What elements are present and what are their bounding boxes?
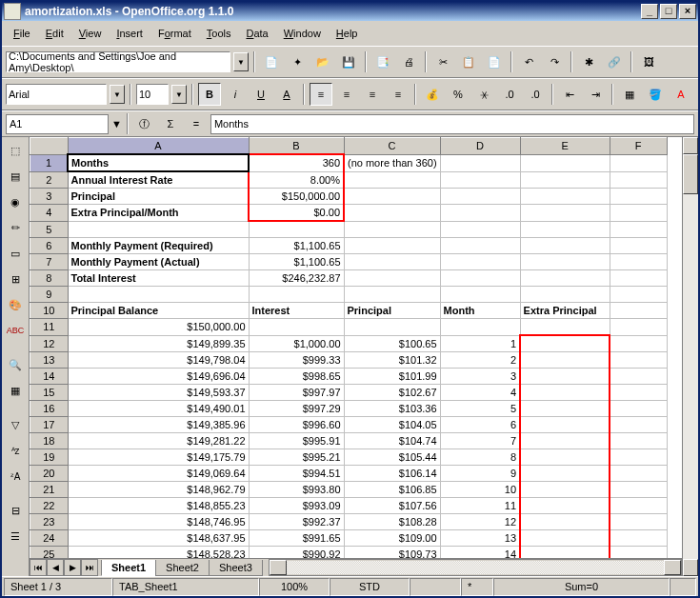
cell[interactable] bbox=[440, 154, 520, 171]
cell[interactable] bbox=[520, 514, 610, 530]
align-left-button[interactable]: ≡ bbox=[310, 83, 332, 106]
copy-icon[interactable]: 📋 bbox=[457, 50, 480, 73]
font-size-arrow[interactable]: ▼ bbox=[171, 85, 187, 104]
maximize-button[interactable]: □ bbox=[660, 4, 677, 19]
align-center-button[interactable]: ≡ bbox=[335, 83, 358, 106]
align-justify-button[interactable]: ≡ bbox=[387, 83, 410, 106]
cell[interactable]: $149,385.96 bbox=[68, 417, 249, 433]
row-header[interactable]: 7 bbox=[30, 254, 69, 270]
undo-icon[interactable]: ↶ bbox=[517, 50, 540, 73]
menu-file[interactable]: File bbox=[6, 26, 38, 41]
cell[interactable] bbox=[520, 482, 610, 498]
tab-first-icon[interactable]: ⏮ bbox=[30, 559, 47, 576]
cell[interactable]: $109.00 bbox=[344, 530, 440, 547]
insert-icon[interactable]: ⬚ bbox=[4, 139, 27, 162]
cell[interactable]: $148,746.95 bbox=[68, 514, 249, 530]
column-header-cell[interactable]: Interest bbox=[249, 303, 344, 319]
vertical-scrollbar[interactable] bbox=[682, 137, 698, 576]
cell[interactable]: $104.74 bbox=[344, 433, 440, 449]
tab-prev-icon[interactable]: ◀ bbox=[47, 559, 64, 576]
cell[interactable] bbox=[520, 238, 610, 254]
cell[interactable] bbox=[520, 449, 610, 466]
find-icon[interactable]: 🔍 bbox=[4, 353, 27, 376]
cell[interactable] bbox=[440, 238, 520, 254]
column-header-cell[interactable]: Extra Principal bbox=[520, 303, 610, 319]
currency-button[interactable]: 💰 bbox=[421, 83, 444, 106]
cell[interactable]: Annual Interest Rate bbox=[68, 171, 249, 189]
italic-button[interactable]: i bbox=[224, 83, 247, 106]
sheet-table[interactable]: ABCDEF1Months360(no more than 360)2Annua… bbox=[30, 137, 668, 558]
cell[interactable]: $148,528.23 bbox=[68, 547, 249, 559]
cell[interactable] bbox=[520, 433, 610, 449]
cell[interactable]: (no more than 360) bbox=[344, 154, 440, 171]
cell[interactable] bbox=[249, 287, 344, 303]
cut-icon[interactable]: ✂ bbox=[431, 50, 454, 73]
print-icon[interactable]: 🖨 bbox=[397, 50, 420, 73]
cell[interactable]: $1,000.00 bbox=[249, 335, 344, 352]
cell[interactable]: $148,855.23 bbox=[68, 498, 249, 514]
cell[interactable] bbox=[344, 270, 440, 287]
url-combo-arrow[interactable]: ▼ bbox=[233, 52, 249, 71]
cell[interactable]: $1,100.65 bbox=[249, 238, 344, 254]
cell[interactable] bbox=[520, 498, 610, 514]
cell[interactable] bbox=[520, 369, 610, 385]
percent-button[interactable]: % bbox=[447, 83, 470, 106]
align-right-button[interactable]: ≡ bbox=[361, 83, 384, 106]
cell[interactable] bbox=[249, 221, 344, 238]
cell[interactable] bbox=[520, 270, 610, 287]
cell[interactable]: 2 bbox=[440, 352, 520, 369]
export-pdf-icon[interactable]: 📑 bbox=[371, 50, 394, 73]
insert-object-icon[interactable]: ◉ bbox=[4, 190, 27, 213]
status-mode[interactable]: STD bbox=[330, 578, 410, 596]
cell[interactable] bbox=[520, 401, 610, 417]
cell[interactable]: Principal bbox=[68, 189, 249, 205]
cell[interactable]: $109.73 bbox=[344, 547, 440, 559]
cell[interactable] bbox=[344, 254, 440, 270]
formula-input[interactable] bbox=[210, 114, 694, 134]
cell[interactable] bbox=[68, 221, 249, 238]
scroll-left-icon[interactable] bbox=[270, 560, 287, 575]
cell[interactable] bbox=[440, 287, 520, 303]
cell[interactable]: 1 bbox=[440, 335, 520, 352]
cell[interactable]: $149,593.37 bbox=[68, 385, 249, 401]
navigator-icon[interactable]: ✱ bbox=[577, 50, 600, 73]
cell[interactable] bbox=[610, 498, 667, 514]
column-header-cell[interactable]: Month bbox=[440, 303, 520, 319]
font-name-combo[interactable]: Arial bbox=[6, 84, 107, 105]
scroll-right-icon[interactable] bbox=[664, 560, 681, 575]
cell[interactable] bbox=[520, 547, 610, 559]
cell[interactable] bbox=[520, 254, 610, 270]
cell[interactable] bbox=[344, 287, 440, 303]
cell[interactable]: $106.85 bbox=[344, 482, 440, 498]
cell[interactable]: $246,232.87 bbox=[249, 270, 344, 287]
titlebar[interactable]: amortization.xls - OpenOffice.org 1.1.0 … bbox=[2, 2, 698, 21]
save-icon[interactable]: 💾 bbox=[337, 50, 360, 73]
status-zoom[interactable]: 100% bbox=[259, 578, 330, 596]
cell[interactable]: $991.65 bbox=[249, 530, 344, 547]
minimize-button[interactable]: _ bbox=[641, 4, 658, 19]
cell[interactable] bbox=[344, 221, 440, 238]
cell[interactable] bbox=[610, 352, 667, 369]
cell[interactable] bbox=[610, 287, 667, 303]
status-sum[interactable]: Sum=0 bbox=[493, 578, 670, 596]
underline-button[interactable]: U bbox=[250, 83, 272, 106]
cell[interactable]: 13 bbox=[440, 530, 520, 547]
cell[interactable]: 360 bbox=[249, 154, 344, 171]
cell[interactable] bbox=[344, 189, 440, 205]
cell[interactable] bbox=[520, 171, 610, 189]
remove-decimal-button[interactable]: .0 bbox=[524, 83, 547, 106]
cell[interactable] bbox=[610, 417, 667, 433]
menu-help[interactable]: Help bbox=[329, 26, 366, 41]
cell[interactable]: $148,962.79 bbox=[68, 482, 249, 498]
insert-cells-icon[interactable]: ▤ bbox=[4, 165, 27, 188]
cell[interactable] bbox=[610, 482, 667, 498]
datasource-icon[interactable]: ▦ bbox=[4, 379, 27, 402]
cell[interactable] bbox=[520, 205, 610, 222]
cell[interactable]: 14 bbox=[440, 547, 520, 559]
edit-file-icon[interactable]: 📄 bbox=[260, 50, 283, 73]
scroll-up-icon[interactable] bbox=[683, 137, 698, 154]
sheet-tab-3[interactable]: Sheet3 bbox=[209, 560, 263, 576]
cell[interactable]: 9 bbox=[440, 466, 520, 482]
cell[interactable] bbox=[520, 154, 610, 171]
cell[interactable]: 12 bbox=[440, 514, 520, 530]
